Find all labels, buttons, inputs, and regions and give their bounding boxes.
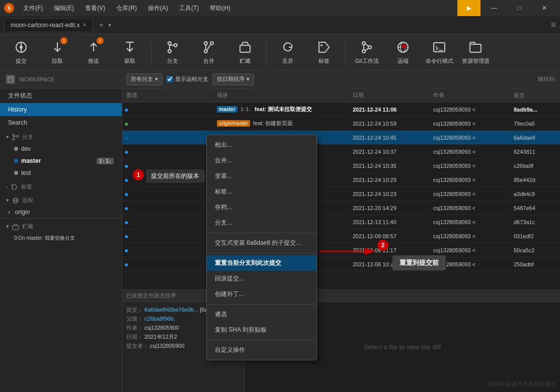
table-row[interactable]: ● feat: 2021-12-24 10:23 csj1328059093 <… xyxy=(122,187,560,201)
th-commit: 提交 xyxy=(510,91,560,99)
branch-dev[interactable]: dev xyxy=(0,143,122,155)
table-row[interactable]: ● feat: 2021-12-20 14:29 csj1328059093 <… xyxy=(122,201,560,215)
branch-dot-dev xyxy=(14,147,18,151)
commit-cell-0: 8adb9a... xyxy=(510,107,560,113)
branches-section: ▾ 分支 xyxy=(0,129,122,143)
show-remote-checkbox-label[interactable]: 显示远程分支 xyxy=(167,75,208,83)
stash-collapse-arrow[interactable]: ▾ xyxy=(6,223,9,230)
explorer-btn[interactable]: 资源管理器 xyxy=(458,36,493,68)
table-row[interactable]: ● feat: 2021-12-24 10:37 csj1328059093 <… xyxy=(122,145,560,159)
parent-hash[interactable]: c26ba9f96b, xyxy=(144,316,175,322)
window-play-btn[interactable]: ▶ xyxy=(457,0,481,16)
tab-close-btn[interactable]: ✕ xyxy=(83,22,87,28)
branch-test[interactable]: test xyxy=(0,167,122,179)
context-sep-4 xyxy=(207,340,316,340)
svg-point-10 xyxy=(174,44,177,47)
author-detail-value: csj132805900 xyxy=(144,325,179,331)
fetch-btn[interactable]: 获取 xyxy=(113,36,147,68)
table-row[interactable]: ● origin/master feat: 创建新页面 2021-12-24 1… xyxy=(122,117,560,131)
stash-section-icon xyxy=(12,223,19,230)
remote-origin-item[interactable]: › origin xyxy=(0,206,122,218)
author-cell-7: csj1328059093 < xyxy=(429,205,510,211)
discard-btn[interactable]: 丢弃 xyxy=(271,36,305,68)
remote-btn[interactable]: 远端 xyxy=(386,36,420,68)
svg-point-8 xyxy=(168,42,171,45)
show-remote-checkbox[interactable] xyxy=(167,76,173,82)
graph-cell-3: ● xyxy=(122,148,213,156)
menu-repo[interactable]: 仓库(R) xyxy=(111,2,142,15)
menu-view[interactable]: 查看(V) xyxy=(80,2,110,15)
new-tab-btn[interactable]: + xyxy=(95,19,107,31)
sidebar-search[interactable]: Search xyxy=(0,116,122,129)
merge-btn[interactable]: 合并 xyxy=(192,36,226,68)
context-custom[interactable]: 自定义操作 xyxy=(207,342,316,358)
tags-section-label: 标签 xyxy=(21,183,32,190)
context-cherry-pick[interactable]: 创建补丁... xyxy=(207,286,316,302)
sort-dropdown[interactable]: 按日期排序 ▾ xyxy=(212,73,254,85)
context-squash[interactable]: 遴选 xyxy=(207,307,316,322)
table-row[interactable]: ● feat: 2021-12-13 11:40 csj1328059093 <… xyxy=(122,215,560,229)
context-merge[interactable]: 合并... xyxy=(207,153,316,168)
stash-item-0[interactable]: 0:On master: 我要切换分支 xyxy=(0,232,122,244)
commit-table-body: ● master 1↑1↓ feat: 测试未拉取便提交 2021-12-24 … xyxy=(122,103,560,289)
stash-btn[interactable]: 贮藏 xyxy=(228,36,262,68)
context-reset-branch[interactable]: 重置当前分支到此次提交 xyxy=(207,255,316,271)
menu-action[interactable]: 操作(A) xyxy=(143,2,173,15)
all-branches-label: 所有分支 xyxy=(131,75,153,83)
context-branch[interactable]: 分支... xyxy=(207,215,316,231)
sidebar-file-status[interactable]: 文件状态 xyxy=(0,88,122,103)
collapse-arrow-origin[interactable]: › xyxy=(8,209,10,216)
window-close-btn[interactable]: ✕ xyxy=(533,0,556,16)
tag-btn[interactable]: 标签 xyxy=(307,36,341,68)
gitflow-icon xyxy=(359,39,375,55)
app-icon: S xyxy=(4,3,14,13)
context-archive[interactable]: 存档... xyxy=(207,200,316,215)
date-cell-5: 2021-12-24 10:29 xyxy=(349,177,429,183)
commit-btn[interactable]: 提交 xyxy=(4,36,38,68)
menu-tools[interactable]: 工具(T) xyxy=(174,2,204,15)
terminal-btn[interactable]: 命令行模式 xyxy=(422,36,456,68)
context-tag[interactable]: 标签... xyxy=(207,184,316,200)
committer-value: csj132805900 xyxy=(150,343,185,349)
branch-btn[interactable]: 分支 xyxy=(155,36,190,68)
window-max-btn[interactable]: □ xyxy=(508,0,531,16)
context-rebase[interactable]: 变基... xyxy=(207,168,316,184)
svg-point-13 xyxy=(204,50,207,53)
svg-point-33 xyxy=(13,134,15,136)
file-status-bar: 已依照文件状态排序 xyxy=(122,289,560,302)
branches-collapse-arrow[interactable]: ▾ xyxy=(6,134,9,140)
svg-point-18 xyxy=(321,44,323,46)
all-branches-dropdown[interactable]: 所有分支 ▾ xyxy=(126,73,163,85)
th-date: 日期 xyxy=(349,91,429,99)
branch-master[interactable]: master 1↑ 1↓ xyxy=(0,155,122,167)
active-tab[interactable]: moon-cartoon-react-edit.x ✕ xyxy=(4,18,93,32)
sidebar-history[interactable]: History xyxy=(0,103,122,116)
tab-dropdown-btn[interactable]: ▾ xyxy=(108,22,111,29)
svg-marker-37 xyxy=(12,184,17,189)
gitflow-btn[interactable]: Git工作流 xyxy=(350,36,384,68)
context-interactive-rebase[interactable]: 交互式变基 6a6dae8 的子提交... xyxy=(207,235,316,251)
remotes-collapse-arrow[interactable]: ▾ xyxy=(6,197,9,204)
menu-edit[interactable]: 编辑(E) xyxy=(49,2,79,15)
window-min-btn[interactable]: — xyxy=(483,0,506,16)
menu-file[interactable]: 文件(F) xyxy=(18,2,48,15)
context-copy-sha[interactable]: 复制 SHA 到剪贴板 xyxy=(207,322,316,338)
table-row[interactable]: ○ Merge branch 'test' 2021-12-24 10:45 c… xyxy=(122,131,560,145)
author-cell-4: csj1328059093 < xyxy=(429,163,510,169)
svg-point-19 xyxy=(362,42,365,45)
tags-collapse-arrow[interactable]: › xyxy=(6,184,8,190)
menu-help[interactable]: 帮助(H) xyxy=(205,2,235,15)
svg-line-24 xyxy=(365,48,368,51)
table-row[interactable]: ● master 1↑1↓ feat: 测试未拉取便提交 2021-12-24 … xyxy=(122,103,560,117)
remotes-section-icon xyxy=(12,197,19,204)
stash-section: ▾ 贮藏 0:On master: 我要切换分支 xyxy=(0,218,122,244)
toolbar-sep-1 xyxy=(151,40,151,64)
context-revert[interactable]: 回滚提交... xyxy=(207,271,316,286)
context-checkout[interactable]: 检出... xyxy=(207,137,316,153)
search-label: Search xyxy=(8,119,27,126)
hamburger-menu-btn[interactable]: ≡ xyxy=(550,20,556,30)
pull-btn[interactable]: 1 拉取 xyxy=(40,36,74,68)
fetch-icon xyxy=(122,39,138,55)
push-btn[interactable]: 1 推送 xyxy=(76,36,111,68)
commit-hash[interactable]: 6a6dae842be76e0b... xyxy=(144,307,198,313)
